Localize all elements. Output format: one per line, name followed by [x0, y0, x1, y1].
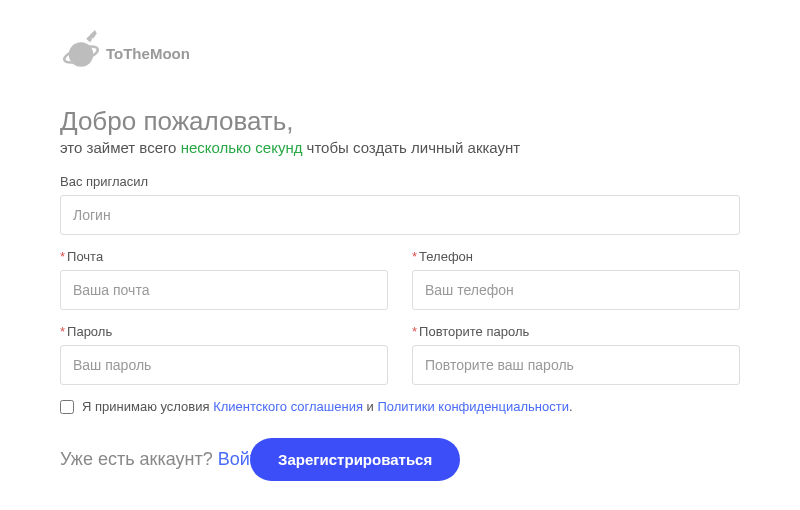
- terms-checkbox[interactable]: [60, 400, 74, 414]
- email-field: *Почта: [60, 249, 388, 310]
- email-label: *Почта: [60, 249, 388, 264]
- footer-row: Уже есть аккаунт? Войти Зарегистрировать…: [60, 438, 740, 481]
- password-field: *Пароль: [60, 324, 388, 385]
- terms-text: Я принимаю условия Клиентского соглашени…: [82, 399, 573, 414]
- terms-agreement-link[interactable]: Клиентского соглашения: [213, 399, 363, 414]
- welcome-title: Добро пожаловать,: [60, 106, 740, 137]
- password-confirm-field: *Повторите пароль: [412, 324, 740, 385]
- phone-label: *Телефон: [412, 249, 740, 264]
- terms-row: Я принимаю условия Клиентского соглашени…: [60, 399, 740, 414]
- rocket-planet-icon: [60, 30, 102, 76]
- inviter-label: Вас пригласил: [60, 174, 740, 189]
- register-button[interactable]: Зарегистрироваться: [250, 438, 460, 481]
- logo-text: ToTheMoon: [106, 45, 190, 62]
- login-prompt: Уже есть аккаунт? Войти: [60, 449, 268, 470]
- email-input[interactable]: [60, 270, 388, 310]
- phone-field: *Телефон: [412, 249, 740, 310]
- logo: ToTheMoon: [60, 30, 740, 76]
- password-label: *Пароль: [60, 324, 388, 339]
- inviter-field: Вас пригласил: [60, 174, 740, 235]
- welcome-subtitle: это займет всего несколько секунд чтобы …: [60, 139, 740, 156]
- terms-privacy-link[interactable]: Политики конфиденциальности: [377, 399, 569, 414]
- inviter-input[interactable]: [60, 195, 740, 235]
- phone-input[interactable]: [412, 270, 740, 310]
- password-confirm-input[interactable]: [412, 345, 740, 385]
- password-confirm-label: *Повторите пароль: [412, 324, 740, 339]
- password-input[interactable]: [60, 345, 388, 385]
